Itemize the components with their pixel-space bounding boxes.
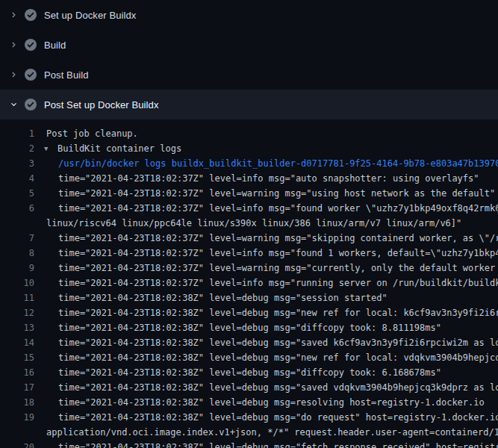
log-line: 8 time="2021-04-23T18:02:37Z" level=info… (0, 246, 498, 261)
triangle-down-icon[interactable]: ▼ (44, 141, 57, 156)
log-line: 9 time="2021-04-23T18:02:37Z" level=warn… (0, 261, 498, 276)
log-text: time="2021-04-23T18:02:38Z" level=debug … (34, 350, 498, 365)
line-number[interactable]: 6 (0, 201, 34, 216)
log-text: application/vnd.oci.image.index.v1+json,… (34, 425, 498, 440)
log-text: time="2021-04-23T18:02:37Z" level=warnin… (34, 231, 498, 246)
log-line: 2 ▼BuildKit container logs (0, 141, 498, 156)
step-header-post-build[interactable]: Post Build (0, 60, 498, 90)
line-number[interactable]: 2 (0, 141, 34, 156)
log-text: Post job cleanup. (34, 126, 138, 141)
step-label: Post Build (44, 69, 89, 81)
log-line: 17 time="2021-04-23T18:02:38Z" level=deb… (0, 380, 498, 395)
log-line: 18 time="2021-04-23T18:02:38Z" level=deb… (0, 395, 498, 410)
log-line: 13 time="2021-04-23T18:02:38Z" level=deb… (0, 320, 498, 335)
line-number[interactable]: 14 (0, 335, 34, 350)
log-text: time="2021-04-23T18:02:38Z" level=debug … (34, 290, 387, 305)
group-label[interactable]: BuildKit container logs (57, 143, 181, 154)
line-number[interactable]: 18 (0, 395, 34, 410)
line-number[interactable]: 4 (0, 171, 34, 186)
line-number[interactable]: 3 (0, 156, 34, 171)
step-label: Set up Docker Buildx (44, 10, 136, 21)
log-line: 20 time="2021-04-23T18:02:38Z" level=deb… (0, 440, 498, 448)
step-label: Build (44, 40, 66, 51)
chevron-right-icon (10, 9, 18, 21)
line-number[interactable]: 17 (0, 380, 34, 395)
log-text: time="2021-04-23T18:02:37Z" level=warnin… (34, 261, 498, 276)
log-text: time="2021-04-23T18:02:37Z" level=info m… (34, 201, 498, 216)
step-header-build[interactable]: Build (0, 30, 498, 60)
log-line: 1 Post job cleanup. (0, 126, 498, 141)
chevron-right-icon (10, 69, 18, 81)
log-line: 3 /usr/bin/docker logs buildx_buildkit_b… (0, 156, 498, 171)
log-line: 19 time="2021-04-23T18:02:38Z" level=deb… (0, 410, 498, 425)
line-number[interactable]: 9 (0, 261, 34, 276)
line-number[interactable]: 12 (0, 305, 34, 320)
line-number[interactable]: 16 (0, 365, 34, 380)
log-text: time="2021-04-23T18:02:38Z" level=debug … (34, 320, 441, 335)
line-number[interactable]: 8 (0, 246, 34, 261)
log-line: linux/riscv64 linux/ppc64le linux/s390x … (0, 216, 498, 231)
log-text: time="2021-04-23T18:02:38Z" level=debug … (34, 440, 498, 448)
step-header-post-set-up-docker-buildx[interactable]: Post Set up Docker Buildx (0, 90, 498, 119)
line-number[interactable]: 5 (0, 186, 34, 201)
log-text: time="2021-04-23T18:02:38Z" level=debug … (34, 380, 498, 395)
log-line: 7 time="2021-04-23T18:02:37Z" level=warn… (0, 231, 498, 246)
line-number[interactable]: 15 (0, 350, 34, 365)
log-text: time="2021-04-23T18:02:37Z" level=info m… (34, 276, 498, 290)
log-line: 12 time="2021-04-23T18:02:38Z" level=deb… (0, 305, 498, 320)
check-circle-icon (25, 69, 37, 81)
log-text: time="2021-04-23T18:02:37Z" level=info m… (34, 246, 498, 261)
check-circle-icon (25, 99, 37, 111)
log-line: 11 time="2021-04-23T18:02:38Z" level=deb… (0, 290, 498, 305)
step-header-list: Set up Docker Buildx Build P (0, 0, 498, 119)
log-text: time="2021-04-23T18:02:37Z" level=info m… (34, 171, 479, 186)
log-text: time="2021-04-23T18:02:38Z" level=debug … (34, 305, 498, 320)
line-number[interactable]: 20 (0, 440, 34, 448)
chevron-right-icon (10, 39, 18, 51)
line-number[interactable]: 13 (0, 320, 34, 335)
log-text: time="2021-04-23T18:02:38Z" level=debug … (34, 335, 498, 350)
log-line: 6 time="2021-04-23T18:02:37Z" level=info… (0, 201, 498, 216)
line-number[interactable]: 1 (0, 126, 34, 141)
check-circle-icon (25, 9, 37, 21)
line-number[interactable] (0, 425, 34, 440)
log-line: 5 time="2021-04-23T18:02:37Z" level=warn… (0, 186, 498, 201)
log-text: linux/riscv64 linux/ppc64le linux/s390x … (34, 216, 461, 231)
log-text: ▼BuildKit container logs (34, 141, 181, 156)
log-text: time="2021-04-23T18:02:38Z" level=debug … (34, 395, 485, 410)
log-line: 10 time="2021-04-23T18:02:37Z" level=inf… (0, 276, 498, 290)
line-number[interactable]: 19 (0, 410, 34, 425)
log-area: 1 Post job cleanup. 2 ▼BuildKit containe… (0, 119, 498, 448)
line-number[interactable] (0, 216, 34, 231)
log-text: time="2021-04-23T18:02:38Z" level=debug … (34, 410, 498, 425)
line-number[interactable]: 11 (0, 290, 34, 305)
log-text: time="2021-04-23T18:02:37Z" level=warnin… (34, 186, 495, 201)
log-line: 14 time="2021-04-23T18:02:38Z" level=deb… (0, 335, 498, 350)
check-circle-icon (25, 39, 37, 51)
line-number[interactable]: 7 (0, 231, 34, 246)
log-line: 16 time="2021-04-23T18:02:38Z" level=deb… (0, 365, 498, 380)
chevron-down-icon (10, 99, 18, 111)
log-line: 4 time="2021-04-23T18:02:37Z" level=info… (0, 171, 498, 186)
line-number[interactable]: 10 (0, 276, 34, 290)
log-text: /usr/bin/docker logs buildx_buildkit_bui… (34, 156, 498, 171)
log-line: 15 time="2021-04-23T18:02:38Z" level=deb… (0, 350, 498, 365)
log-line: application/vnd.oci.image.index.v1+json,… (0, 425, 498, 440)
step-label: Post Set up Docker Buildx (44, 99, 159, 111)
log-text: time="2021-04-23T18:02:38Z" level=debug … (34, 365, 441, 380)
step-header-set-up-docker-buildx[interactable]: Set up Docker Buildx (0, 0, 498, 30)
